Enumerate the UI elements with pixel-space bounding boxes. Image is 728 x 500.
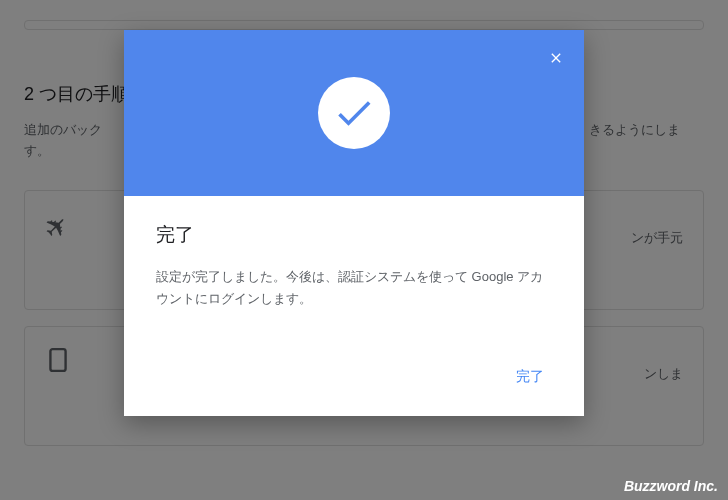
- close-button[interactable]: [546, 48, 566, 68]
- watermark: Buzzword Inc.: [624, 478, 718, 494]
- done-button[interactable]: 完了: [500, 360, 560, 394]
- dialog-title: 完了: [156, 222, 552, 248]
- close-icon: [548, 50, 564, 66]
- completion-dialog: 完了 設定が完了しました。今後は、認証システムを使って Google アカウント…: [124, 30, 584, 416]
- dialog-body: 完了 設定が完了しました。今後は、認証システムを使って Google アカウント…: [124, 196, 584, 330]
- checkmark-icon: [332, 91, 376, 135]
- success-check-circle: [318, 77, 390, 149]
- dialog-header: [124, 30, 584, 196]
- dialog-description: 設定が完了しました。今後は、認証システムを使って Google アカウントにログ…: [156, 266, 552, 310]
- dialog-actions: 完了: [124, 330, 584, 416]
